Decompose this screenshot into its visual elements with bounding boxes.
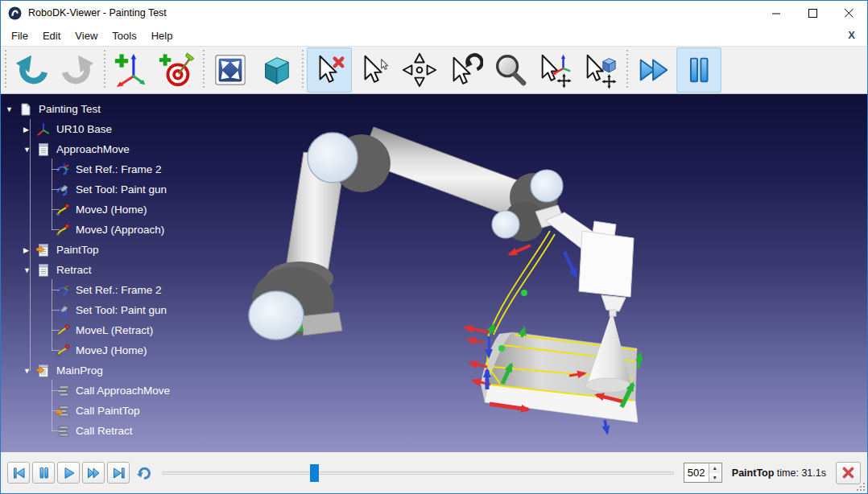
redo-button[interactable] [55, 47, 100, 93]
tree-item-movej-approach[interactable]: MoveJ (Approach) [1, 220, 867, 240]
fit-all-button[interactable] [208, 47, 253, 93]
add-target-button[interactable] [154, 47, 199, 93]
expander-open-icon[interactable]: ▼ [23, 266, 36, 274]
minimize-button[interactable] [758, 1, 795, 25]
movel-icon [56, 323, 70, 338]
tree-item-call-approachmove[interactable]: Call ApproachMove [1, 381, 867, 401]
pause-icon [36, 465, 52, 480]
move-reference-button[interactable] [532, 47, 577, 93]
expander-open-icon[interactable]: ▼ [6, 105, 19, 113]
skip-to-start-button[interactable] [7, 462, 30, 484]
frame-spinbox-input[interactable] [684, 463, 709, 482]
tree-item-label: Painting Test [39, 103, 101, 115]
pan-button[interactable] [397, 47, 442, 93]
fast-forward-icon [86, 465, 101, 480]
stop-red-x-icon [842, 467, 854, 479]
tree-item-set-tool-paint-gun[interactable]: Set Tool: Paint gun [1, 179, 867, 200]
skip-to-start-icon [11, 465, 27, 480]
tree-item-label: MoveJ (Approach) [76, 224, 164, 236]
add-reference-frame-button[interactable] [109, 47, 154, 93]
select-button[interactable] [352, 47, 397, 93]
stop-simulation-button[interactable] [836, 462, 861, 484]
reference-frame-icon [36, 122, 51, 137]
maximize-button[interactable] [795, 1, 831, 25]
set-tool-icon [56, 183, 70, 197]
skip-to-end-button[interactable] [107, 462, 130, 484]
fast-forward-button[interactable] [82, 462, 105, 484]
tree-item-painttop[interactable]: ▶ PaintTop [1, 240, 867, 260]
tree-item-set-ref-frame2[interactable]: Set Ref.: Frame 2 [1, 280, 867, 300]
tree-item-label: Call Retract [76, 425, 133, 437]
tree-item-label: Call PaintTop [76, 405, 140, 417]
tree-item-set-ref-frame2[interactable]: Set Ref.: Frame 2 [1, 159, 867, 179]
deselect-button[interactable] [307, 47, 352, 93]
rotate-view-button[interactable] [442, 47, 487, 93]
toolbar-grip[interactable] [102, 50, 107, 90]
toolbar-grip[interactable] [300, 50, 305, 90]
set-reference-icon [56, 283, 70, 298]
tree-item-retract[interactable]: ▼ Retract [1, 260, 867, 280]
expander-closed-icon[interactable]: ▶ [23, 246, 36, 254]
tree-item-mainprog[interactable]: ▼ MainProg [1, 360, 867, 381]
toolbar [1, 46, 867, 94]
tree-item-call-retract[interactable]: Call Retract [1, 421, 867, 441]
program-running-icon [36, 243, 51, 257]
pause-button[interactable] [32, 462, 55, 484]
call-program-icon [56, 384, 70, 398]
menu-file[interactable]: File [4, 27, 35, 44]
movej-icon [56, 223, 70, 237]
expander-open-icon[interactable]: ▼ [23, 367, 36, 375]
toolbar-grip[interactable] [201, 50, 206, 90]
tree-item-label: Set Ref.: Frame 2 [76, 163, 162, 175]
frame-spinbox: ▲ ▼ [684, 463, 722, 483]
tree-item-painting-test[interactable]: ▼ Painting Test [1, 99, 867, 119]
timeline-slider[interactable] [162, 463, 674, 484]
toolbar-grip[interactable] [3, 50, 8, 90]
tree-item-movej-home[interactable]: MoveJ (Home) [1, 340, 867, 360]
tree-item-call-painttop[interactable]: Call PaintTop [1, 401, 867, 421]
station-tree: ▼ Painting Test ▶ UR10 Base ▼ ApproachMo… [1, 94, 867, 451]
close-button[interactable] [831, 1, 867, 25]
play-button[interactable] [57, 462, 80, 484]
program-icon [36, 142, 51, 157]
resize-grip[interactable] [856, 482, 866, 492]
tree-item-set-tool-paint-gun[interactable]: Set Tool: Paint gun [1, 300, 867, 320]
mdi-close-button[interactable]: X [844, 28, 859, 42]
expander-open-icon[interactable]: ▼ [23, 146, 36, 154]
timeline-track[interactable] [162, 471, 674, 475]
call-program-icon [56, 424, 70, 438]
timeline-handle[interactable] [310, 464, 319, 482]
redo-icon [59, 51, 96, 89]
expander-closed-icon[interactable]: ▶ [23, 126, 36, 134]
replay-icon [136, 465, 151, 480]
tree-item-approachmove[interactable]: ▼ ApproachMove [1, 139, 867, 159]
movej-icon [56, 344, 70, 358]
spin-down-button[interactable]: ▼ [709, 473, 721, 483]
close-icon [845, 9, 854, 18]
minimize-icon [772, 9, 781, 18]
skip-to-end-icon [111, 465, 126, 480]
pause-simulation-button[interactable] [676, 47, 721, 93]
maximize-icon [808, 9, 817, 18]
tree-item-movej-home[interactable]: MoveJ (Home) [1, 200, 867, 220]
pause-simulation-icon [680, 51, 717, 89]
replay-button[interactable] [132, 462, 155, 484]
tree-item-label: MoveJ (Home) [76, 204, 147, 216]
menu-help[interactable]: Help [144, 27, 180, 44]
title-bar[interactable]: RoboDK-Viewer - Painting Test [1, 1, 867, 25]
fast-simulation-button[interactable] [631, 47, 676, 93]
simulation-bar: ▲ ▼ PaintTop time: 31.1s [1, 451, 867, 493]
spin-up-button[interactable]: ▲ [709, 463, 721, 473]
isometric-view-button[interactable] [253, 47, 298, 93]
menu-edit[interactable]: Edit [35, 27, 68, 44]
isometric-view-icon [257, 51, 294, 89]
menu-tools[interactable]: Tools [105, 27, 143, 44]
menu-view[interactable]: View [68, 27, 105, 44]
move-object-button[interactable] [577, 47, 622, 93]
tree-item-movel-retract[interactable]: MoveL (Retract) [1, 320, 867, 340]
toolbar-grip[interactable] [625, 50, 630, 90]
undo-button[interactable] [10, 47, 55, 93]
zoom-icon [491, 51, 528, 89]
tree-item-ur10-base[interactable]: ▶ UR10 Base [1, 119, 867, 139]
zoom-button[interactable] [487, 47, 532, 93]
